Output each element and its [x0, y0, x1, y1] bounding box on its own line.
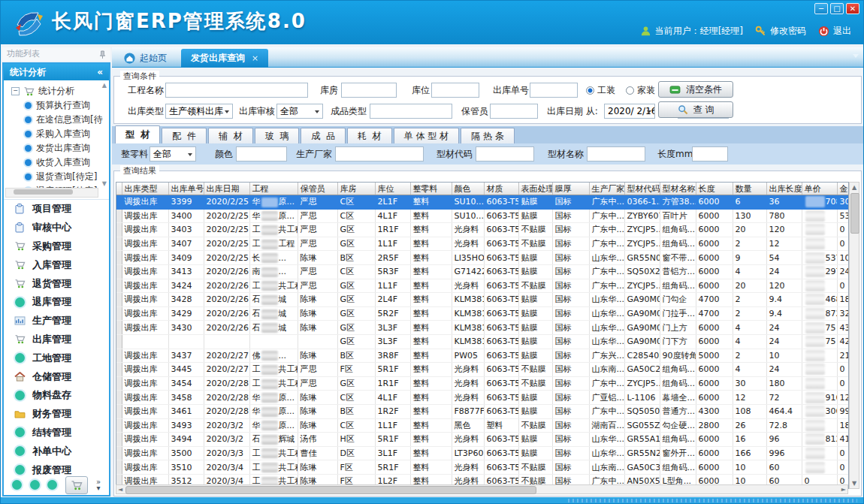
color-input[interactable]	[236, 146, 287, 161]
sidebar-menu-item[interactable]: 工地管理	[4, 349, 109, 367]
sidebar-menu-item[interactable]: 项目管理	[4, 200, 109, 219]
tab-close-icon[interactable]: ×	[252, 53, 258, 63]
radio-gongzhuang[interactable]: 工装	[586, 84, 615, 97]
sidebar-menu-item[interactable]: 入库管理	[4, 255, 109, 274]
table-row[interactable]: G区3L3F整料KLM38176063-T5贴膜国标山东华...GA90M09.…	[116, 334, 849, 349]
column-header-qty[interactable]: 数量	[733, 183, 766, 195]
tree-hscroll-thumb[interactable]	[14, 189, 73, 195]
length-input[interactable]	[692, 146, 728, 161]
tree-item[interactable]: 在途信息查询[待	[4, 113, 109, 127]
out-type-select[interactable]: 生产领料出库	[165, 104, 233, 119]
tab-home[interactable]: 起始页	[116, 50, 174, 67]
column-header-price[interactable]: 单价	[802, 183, 837, 195]
tree-root[interactable]: − 统计分析	[4, 80, 109, 98]
logout-button[interactable]: 退出	[818, 25, 851, 38]
material-tab[interactable]: 隔 热 条	[461, 128, 515, 143]
column-header-ind[interactable]	[116, 183, 122, 195]
material-tab[interactable]: 辅 材	[208, 128, 253, 143]
sidebar-menu-item[interactable]: 补单中心	[4, 442, 109, 460]
location-input[interactable]	[431, 83, 479, 98]
column-header-name[interactable]: 型材名称	[660, 183, 696, 195]
tree-item[interactable]: 收货入库查询	[4, 155, 109, 170]
column-header-color[interactable]: 颜色	[452, 183, 484, 195]
pin-icon[interactable]	[99, 50, 106, 59]
tree-hscrollbar[interactable]	[5, 188, 98, 198]
sidebar-menu-item[interactable]: 生产管理	[4, 312, 109, 330]
sidebar-menu-item[interactable]: 结转管理	[4, 424, 109, 442]
table-row[interactable]: 调拨出库34542020/2/28工共工程严思G区1R1F整料光身料6063-T…	[116, 376, 849, 391]
table-row[interactable]: 调拨出库34942020/3/2石辉城汤伟H区5R1F整料光身料6063-T5贴…	[116, 433, 849, 447]
tree-item[interactable]: 采购入库查询	[4, 127, 109, 141]
table-row[interactable]: 调拨出库35002020/3/3工共工程曹佳D区3L1F整料LT3P606063…	[116, 446, 849, 460]
column-header-no[interactable]: 出库单号	[168, 183, 204, 195]
tree-scroll-down-icon[interactable]: ▼	[102, 180, 107, 187]
tree-scroll-up-icon[interactable]: ▲	[102, 82, 107, 89]
profile-code-input[interactable]	[476, 146, 534, 161]
vertical-scrollbar[interactable]: ▲ ▼	[849, 182, 859, 489]
table-row[interactable]: 调拨出库34452020/2/27工共工程严思F区5R1F整料光身料6063-T…	[116, 363, 849, 377]
column-header-type[interactable]: 出库类型	[122, 183, 168, 195]
table-row[interactable]: 调拨出库34372020/2/27佛...陈琳B区3R8F整料PW056063-…	[116, 349, 849, 363]
sidebar-menu-item[interactable]: 仓储管理	[4, 367, 109, 386]
column-header-len[interactable]: 长度	[696, 183, 733, 195]
search-button[interactable]: 查 询	[658, 101, 733, 118]
sidebar-menu-item[interactable]: 退货管理	[4, 274, 109, 293]
material-tab[interactable]: 单 体 型 材	[394, 128, 459, 143]
keeper-input[interactable]	[490, 104, 538, 119]
collapse-icon[interactable]: «	[97, 64, 103, 80]
table-row[interactable]: 调拨出库34072020/2/25工工程严思G区1L1F整料光身料6063-T5…	[116, 237, 849, 251]
sidebar-menu-item[interactable]: 物料盘存	[4, 386, 109, 405]
circle-icon[interactable]	[30, 480, 40, 490]
sidebar-menu-item[interactable]: 财务管理	[4, 405, 109, 424]
close-icon[interactable]: ✕	[846, 3, 859, 14]
table-row[interactable]: 调拨出库35102020/3/4工共工程陈琳F区5R1F整料光身料6063-T5…	[116, 460, 849, 475]
profile-name-input[interactable]	[587, 146, 645, 161]
table-row[interactable]: 调拨出库34612020/2/28华原...陈琳B区1R2F整料F8877FT6…	[116, 404, 849, 418]
vscroll-thumb[interactable]	[850, 193, 859, 234]
table-row[interactable]: 调拨出库34242020/2/26工共工程严思G区1L1F整料光身料6063-T…	[116, 279, 849, 293]
tree-item[interactable]: 退货查询[待定]	[4, 170, 109, 184]
table-row[interactable]: 调拨出库34032020/2/25工共工程严思G区1R1F整料光身料6063-T…	[116, 223, 849, 237]
column-header-keeper[interactable]: 保管员	[298, 183, 337, 195]
table-row[interactable]: 调拨出库34132020/2/26南...严思C区5R3F整料G71422606…	[116, 264, 849, 279]
product-type-input[interactable]	[370, 104, 452, 119]
material-tab[interactable]: 玻 璃	[255, 128, 300, 143]
material-tab[interactable]: 型 材	[115, 125, 160, 143]
sidebar-menu-item[interactable]: 退库管理	[4, 293, 109, 312]
material-tab[interactable]: 耗 材	[347, 128, 392, 143]
material-tab[interactable]: 配 件	[162, 128, 207, 143]
change-password-button[interactable]: 修改密码	[755, 25, 806, 38]
project-name-input[interactable]	[165, 83, 308, 98]
audit-select[interactable]: 全部	[276, 104, 323, 119]
date-from-select[interactable]: 2020/ 2/16	[604, 104, 655, 119]
clear-conditions-button[interactable]: 清空条件	[658, 81, 733, 98]
more-panels-button[interactable]: »▾	[96, 479, 101, 491]
scroll-up-icon[interactable]: ▲	[852, 183, 856, 192]
maker-input[interactable]	[335, 146, 424, 161]
material-tab[interactable]: 成 品	[301, 128, 346, 143]
column-header-maker[interactable]: 生产厂家	[589, 183, 624, 195]
scroll-left-icon[interactable]: ◄	[118, 485, 122, 493]
whole-part-select[interactable]: 全部	[150, 146, 196, 161]
column-header-zl[interactable]: 整零料	[410, 183, 452, 195]
sidebar-section-header[interactable]: 统计分析 «	[4, 64, 109, 80]
sidebar-menu-item[interactable]: 出库管理	[4, 330, 109, 349]
horizontal-scrollbar[interactable]: ◄ ►	[116, 484, 848, 494]
table-row[interactable]: 调拨出库34582020/2/28华原...陈琳C区4L1F整料光身料6063-…	[116, 391, 849, 405]
table-row[interactable]: 调拨出库34092020/2/25长...陈琳B区2R5F整料LI35HO606…	[116, 251, 849, 265]
sidebar-menu-item[interactable]: 审核中心	[4, 219, 109, 237]
column-header-surf[interactable]: 表面处理	[518, 183, 552, 195]
column-header-date[interactable]: 出库日期	[204, 183, 249, 195]
column-header-proj[interactable]: 工程	[249, 183, 298, 195]
order-no-input[interactable]	[530, 83, 578, 98]
column-header-film[interactable]: 膜厚	[552, 183, 589, 195]
table-row[interactable]: 调拨出库34292020/2/26石城陈琳G区5R2F整料KLM38176063…	[116, 306, 849, 321]
table-row[interactable]: 调拨出库34282020/2/26石城陈琳G区2L4F整料KLM38176063…	[116, 293, 849, 307]
tree-item[interactable]: 发货出库查询	[4, 141, 109, 155]
tab-active[interactable]: 发货出库查询 ×	[181, 49, 268, 68]
tree-item[interactable]: 预算执行查询	[4, 98, 109, 113]
radio-jiazhuang[interactable]: 家装	[626, 84, 655, 97]
circle-icon[interactable]	[12, 480, 22, 490]
column-header-mat[interactable]: 材质	[484, 183, 518, 195]
scroll-down-icon[interactable]: ▼	[852, 479, 856, 487]
